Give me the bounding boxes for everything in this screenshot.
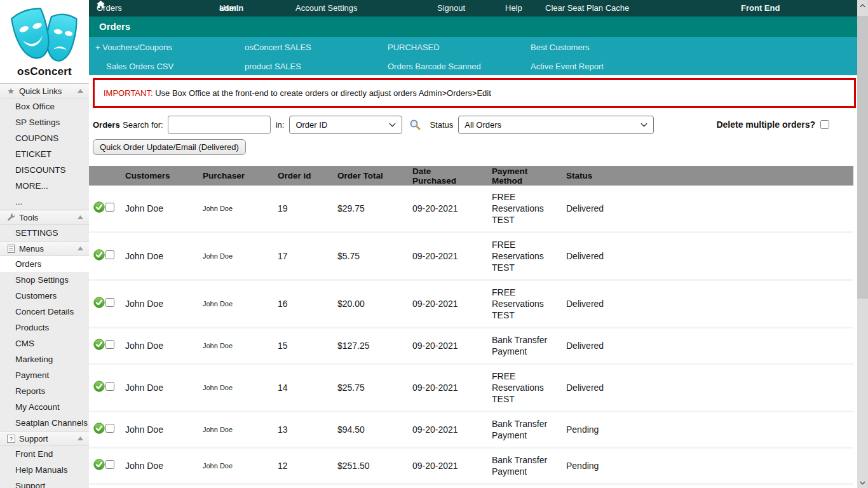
order-row[interactable]: John DoeJohn Doe19$29.7509-20-2021FREE R… [89,186,853,233]
page-title: Orders [89,17,857,37]
date-purchased-cell: 09-20-2021 [412,280,492,328]
collapse-arrow-icon [78,89,83,93]
orders-search-bar: Orders Search for: in: Order ID Status A… [89,114,857,135]
order-row[interactable]: John DoeJohn Doe11$51.5009-20-2021Bank T… [89,484,853,488]
order-select-checkbox[interactable] [105,340,114,349]
order-select-checkbox[interactable] [105,298,114,307]
scroll-up-arrow-icon[interactable] [857,1,868,10]
sidebar-section-title: Support [19,434,48,444]
sidebar-item-more[interactable]: MORE... [0,178,89,194]
sidebar-item-cms[interactable]: CMS [0,336,89,351]
sidebar-item-my-account[interactable]: My Account [0,399,89,415]
sidebar-section-menus[interactable]: Menus [0,241,89,256]
column-header-label: Status [566,171,592,180]
order-confirmed-cell [89,186,105,233]
sidebar-section-tools[interactable]: Tools [0,210,89,225]
sidebar-item-sp-settings[interactable]: SP Settings [0,114,89,130]
scroll-down-arrow-icon[interactable] [857,478,868,487]
order-row[interactable]: John DoeJohn Doe14$25.7509-20-2021FREE R… [89,364,853,412]
collapse-arrow-icon [78,437,83,440]
sidebar-item-customers[interactable]: Customers [0,288,89,304]
order-select-checkbox[interactable] [105,250,114,259]
purchaser-cell: John Doe [203,364,278,412]
topbar-clear-cache-link[interactable]: Clear Seat Plan Cache [545,0,629,17]
header-filler [638,166,853,186]
order-select-checkbox[interactable] [105,203,114,212]
search-input[interactable] [168,116,271,134]
sidebar-item-settings[interactable]: SETTINGS [0,225,89,241]
sidebar-item-marketing[interactable]: Marketing [0,351,89,367]
sidebar-item-payment[interactable]: Payment [0,367,89,383]
sidebar-section-quick-links[interactable]: ★Quick Links [0,83,89,98]
sidebar-section-support[interactable]: ?Support [0,431,89,446]
status-select[interactable]: All Orders [458,116,654,134]
search-section-label: Orders [93,120,120,130]
purchaser-cell: John Doe [203,233,278,280]
sidebar-item-help-manuals[interactable]: Help Manuals [0,462,89,478]
purchaser-cell: John Doe [203,328,278,364]
customer-cell: John Doe [125,186,203,233]
sidebar-item-seatplan-channels[interactable]: Seatplan Channels [0,415,89,431]
orders-submenu: + Vouchers/CouponsosConcert SALESPURCHAS… [89,37,857,75]
topbar-help-link[interactable]: Help [505,0,522,17]
sidebar-item-orders[interactable]: Orders [0,256,89,272]
order-row[interactable]: John DoeJohn Doe17$5.7509-20-2021FREE Re… [89,233,853,280]
quick-order-update-button[interactable]: Quick Order Update/Email (Delivered) [93,139,246,155]
submenu-link[interactable]: Active Event Report [531,62,604,71]
submenu-link[interactable]: osConcert SALES [245,43,311,52]
submenu-link[interactable]: + Vouchers/Coupons [95,43,172,52]
order-row[interactable]: John DoeJohn Doe16$20.0009-20-2021FREE R… [89,280,853,328]
column-header-label: Payment Method [492,166,544,186]
order-id-cell: 12 [278,448,337,484]
sidebar-item-shop-settings[interactable]: Shop Settings [0,272,89,288]
topbar-account-settings-link[interactable]: Account Settings [295,0,358,17]
date-purchased-cell: 09-20-2021 [412,186,492,233]
in-label: in: [276,120,285,130]
sidebar-item-concert-details[interactable]: Concert Details [0,304,89,320]
sidebar-item-box-office[interactable]: Box Office [0,98,89,114]
status-label: Status [430,120,453,130]
submenu-link[interactable]: PURCHASED [388,43,440,52]
scrollbar-thumb[interactable] [857,16,868,299]
order-select-cell [105,448,125,484]
date-purchased-cell: 09-20-2021 [412,412,492,448]
order-row[interactable]: John DoeJohn Doe15$127.2509-20-2021Bank … [89,328,853,364]
sidebar-item-eticket[interactable]: ETICKET [0,146,89,162]
topbar-signout-link[interactable]: Signout [437,0,465,17]
order-select-checkbox[interactable] [105,424,114,433]
order-select-cell [105,412,125,448]
sidebar-item-coupons[interactable]: COUPONS [0,130,89,146]
search-field-select[interactable]: Order ID [289,116,402,134]
search-submit-icon[interactable] [409,119,421,130]
date-purchased-cell: 09-20-2021 [412,364,492,412]
sidebar-item-products[interactable]: Products [0,320,89,336]
order-id-cell: 15 [278,328,337,364]
submenu-link[interactable]: Orders Barcode Scanned [388,62,481,71]
main-content: Orders User: admin Account Settings Sign… [89,0,857,488]
sidebar-nav: ★Quick LinksBox OfficeSP SettingsCOUPONS… [0,83,89,488]
submenu-link[interactable]: Sales Orders CSV [106,62,173,71]
order-row[interactable]: John DoeJohn Doe13$94.5009-20-2021Bank T… [89,412,853,448]
order-select-checkbox[interactable] [105,382,114,391]
submenu-link[interactable]: Best Customers [531,43,589,52]
order-confirmed-cell [89,233,105,280]
payment-method-cell: FREE Reservations TEST [492,233,566,280]
vertical-scrollbar[interactable] [857,0,868,488]
sidebar-item-discounts[interactable]: DISCOUNTS [0,162,89,178]
topbar-front-end-link[interactable]: Front End [741,0,780,17]
confirmed-check-icon [93,381,105,392]
sidebar-item-reports[interactable]: Reports [0,383,89,399]
order-status-cell: Delivered [566,280,638,328]
sidebar-item-[interactable]: ... [0,194,89,210]
sidebar-item-front-end[interactable]: Front End [0,446,89,462]
delete-multiple-checkbox[interactable] [820,120,829,129]
order-row[interactable]: John DoeJohn Doe12$251.5009-20-2021Bank … [89,448,853,484]
status-value: All Orders [465,120,501,130]
order-total-cell: $51.50 [337,484,412,488]
submenu-link[interactable]: product SALES [245,62,301,71]
topbar-home-link[interactable]: Orders [97,0,105,8]
order-status-cell: Delivered [566,186,638,233]
row-filler [638,186,853,233]
sidebar-item-support[interactable]: Support [0,478,89,488]
order-select-checkbox[interactable] [105,460,114,469]
